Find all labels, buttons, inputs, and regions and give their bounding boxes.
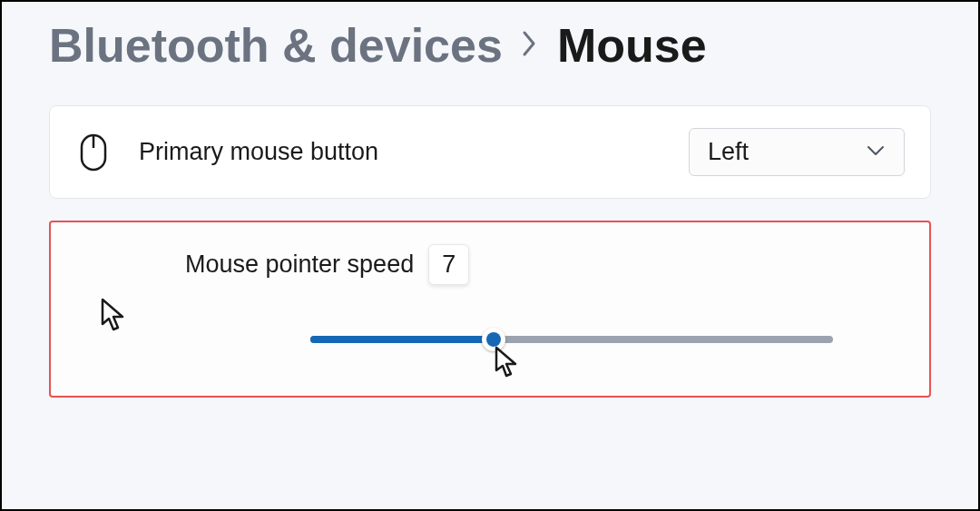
slider-fill: [310, 336, 494, 343]
cursor-icon: [100, 297, 129, 337]
mouse-pointer-speed-card: Mouse pointer speed 7: [49, 221, 931, 398]
primary-mouse-button-dropdown[interactable]: Left: [689, 128, 905, 176]
primary-mouse-button-card: Primary mouse button Left: [49, 105, 931, 199]
breadcrumb: Bluetooth & devices Mouse: [49, 18, 931, 73]
breadcrumb-current: Mouse: [557, 18, 707, 73]
dropdown-selected-value: Left: [708, 138, 749, 166]
cursor-icon: [494, 345, 521, 383]
mouse-icon: [75, 133, 112, 172]
chevron-right-icon: [521, 25, 539, 66]
chevron-down-icon: [866, 144, 886, 161]
mouse-pointer-speed-slider[interactable]: [310, 329, 833, 350]
primary-mouse-button-label: Primary mouse button: [139, 138, 662, 166]
breadcrumb-parent[interactable]: Bluetooth & devices: [49, 18, 503, 73]
mouse-pointer-speed-value: 7: [428, 244, 469, 285]
mouse-pointer-speed-label: Mouse pointer speed: [185, 251, 414, 279]
